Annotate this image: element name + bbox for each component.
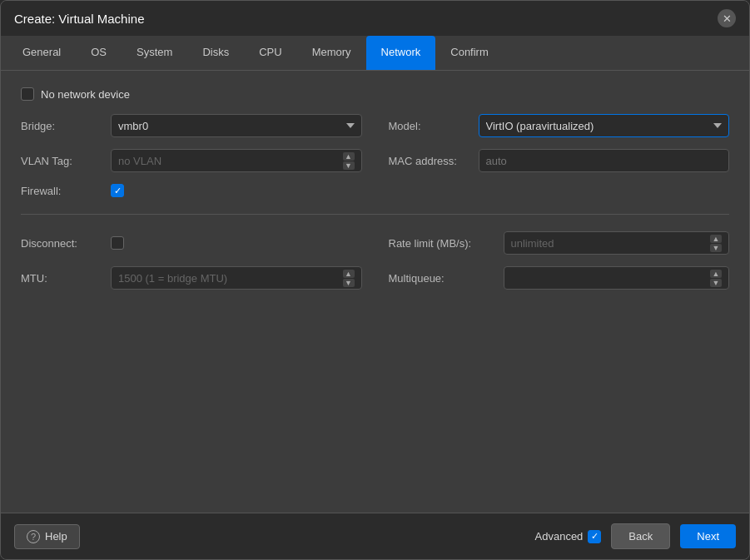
tab-network[interactable]: Network	[366, 36, 436, 70]
rate-limit-label: Rate limit (MB/s):	[389, 237, 497, 250]
help-icon: ?	[27, 530, 40, 543]
tab-disks[interactable]: Disks	[187, 36, 244, 70]
multiqueue-spinner[interactable]: ▲ ▼	[504, 266, 730, 290]
vlan-row: VLAN Tag: no VLAN ▲ ▼	[21, 149, 362, 172]
firewall-row: Firewall:	[21, 184, 362, 197]
advanced-text: Advanced	[535, 530, 584, 543]
tab-bar: General OS System Disks CPU Memory Netwo…	[1, 36, 749, 71]
advanced-label[interactable]: Advanced	[535, 530, 602, 543]
rate-limit-spinner[interactable]: unlimited ▲ ▼	[504, 231, 730, 255]
mac-row: MAC address:	[389, 149, 730, 172]
advanced-checkbox[interactable]	[588, 530, 601, 543]
firewall-label: Firewall:	[21, 185, 104, 197]
tab-memory[interactable]: Memory	[297, 36, 366, 70]
mtu-up[interactable]: ▲	[343, 270, 355, 278]
rate-down[interactable]: ▼	[710, 244, 722, 252]
help-label: Help	[45, 530, 67, 543]
vlan-value: no VLAN	[118, 155, 161, 167]
bridge-row: Bridge: vmbr0	[21, 114, 362, 137]
section-divider	[21, 214, 729, 215]
dialog-title: Create: Virtual Machine	[14, 12, 144, 26]
back-button[interactable]: Back	[611, 523, 670, 549]
vlan-down[interactable]: ▼	[343, 161, 355, 170]
multiqueue-label: Multiqueue:	[389, 272, 497, 285]
mtu-label: MTU:	[21, 272, 104, 285]
multiqueue-row: Multiqueue: ▲ ▼	[389, 266, 730, 290]
footer-right: Advanced Back Next	[535, 523, 736, 549]
model-select[interactable]: VirtIO (paravirtualized)	[479, 114, 730, 137]
disconnect-row: Disconnect:	[21, 231, 362, 255]
create-vm-dialog: Create: Virtual Machine ✕ General OS Sys…	[0, 0, 750, 560]
bottom-form-grid: Disconnect: Rate limit (MB/s): unlimited…	[21, 231, 729, 290]
tab-os[interactable]: OS	[76, 36, 122, 70]
no-network-checkbox[interactable]	[21, 87, 34, 101]
vlan-spinner[interactable]: no VLAN ▲ ▼	[111, 149, 362, 172]
tab-confirm[interactable]: Confirm	[435, 36, 504, 70]
mtu-row: MTU: 1500 (1 = bridge MTU) ▲ ▼	[21, 266, 362, 290]
mtu-arrows: ▲ ▼	[343, 270, 355, 287]
tab-system[interactable]: System	[122, 36, 187, 70]
mac-input[interactable]	[479, 149, 730, 172]
mtu-value: 1500 (1 = bridge MTU)	[118, 272, 227, 285]
model-row: Model: VirtIO (paravirtualized)	[389, 114, 730, 137]
bridge-select[interactable]: vmbr0	[111, 114, 362, 137]
help-button[interactable]: ? Help	[14, 524, 80, 549]
rate-limit-row: Rate limit (MB/s): unlimited ▲ ▼	[389, 231, 730, 255]
vlan-arrows: ▲ ▼	[343, 152, 355, 170]
footer: ? Help Advanced Back Next	[1, 513, 749, 559]
close-button[interactable]: ✕	[718, 9, 736, 27]
model-label: Model:	[389, 120, 472, 132]
rate-arrows: ▲ ▼	[710, 235, 722, 252]
mtu-down[interactable]: ▼	[343, 279, 355, 287]
disconnect-label: Disconnect:	[21, 237, 104, 250]
multiqueue-down[interactable]: ▼	[710, 279, 722, 287]
multiqueue-up[interactable]: ▲	[710, 270, 722, 278]
tab-cpu[interactable]: CPU	[244, 36, 296, 70]
vlan-label: VLAN Tag:	[21, 155, 104, 167]
firewall-checkbox[interactable]	[111, 184, 124, 197]
top-form-grid: Bridge: vmbr0 Model: VirtIO (paravirtual…	[21, 114, 729, 197]
form-content: No network device Bridge: vmbr0 Model: V…	[1, 71, 749, 513]
multiqueue-arrows: ▲ ▼	[710, 270, 722, 287]
rate-up[interactable]: ▲	[710, 235, 722, 243]
next-button[interactable]: Next	[680, 524, 736, 548]
rate-limit-value: unlimited	[511, 237, 554, 250]
mtu-spinner[interactable]: 1500 (1 = bridge MTU) ▲ ▼	[111, 266, 362, 290]
no-network-label: No network device	[41, 88, 130, 101]
vlan-up[interactable]: ▲	[343, 152, 355, 161]
tab-general[interactable]: General	[7, 36, 76, 70]
mac-label: MAC address:	[389, 155, 472, 167]
no-network-row: No network device	[21, 87, 729, 101]
disconnect-checkbox[interactable]	[111, 236, 124, 250]
bridge-label: Bridge:	[21, 120, 104, 132]
title-bar: Create: Virtual Machine ✕	[1, 1, 749, 36]
